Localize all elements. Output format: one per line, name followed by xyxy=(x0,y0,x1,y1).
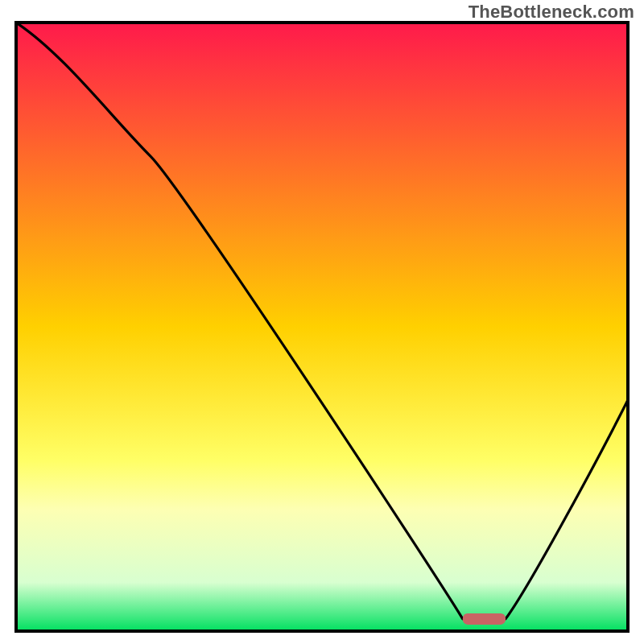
gradient-background xyxy=(16,23,628,631)
chart-container: TheBottleneck.com xyxy=(0,0,644,644)
optimum-marker xyxy=(463,613,506,625)
bottleneck-chart-svg xyxy=(0,0,644,644)
